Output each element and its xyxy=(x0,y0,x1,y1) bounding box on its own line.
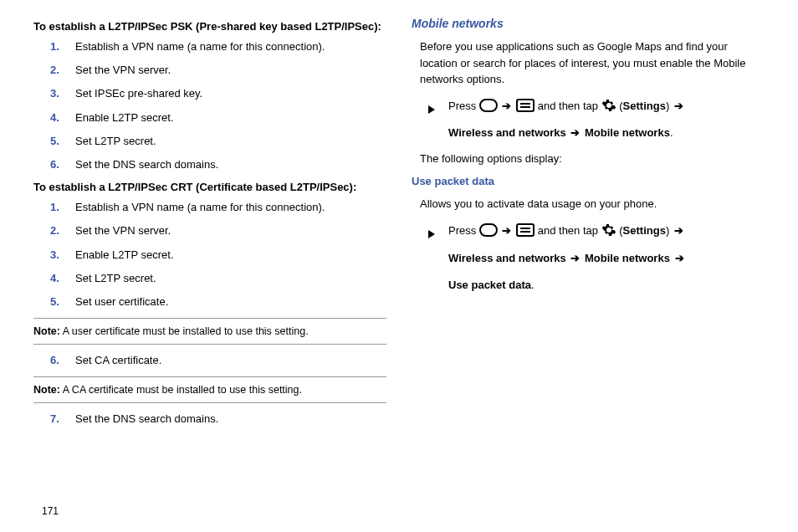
note-label: Note: xyxy=(33,384,60,396)
step-text: Set the VPN server. xyxy=(75,64,171,76)
page-number: 171 xyxy=(42,505,59,517)
home-button-icon xyxy=(479,223,498,237)
step-text: Enable L2TP secret. xyxy=(75,248,174,261)
left-column: To establish a L2TP/IPSec PSK (Pre-share… xyxy=(33,17,386,435)
home-button-icon xyxy=(479,99,498,112)
settings-label: Settings xyxy=(623,224,666,237)
menu-button-icon xyxy=(516,99,535,112)
note-user-cert: Note: A user certificate must be install… xyxy=(33,318,386,345)
step-text: Set L2TP secret. xyxy=(75,272,156,284)
mobile-networks-label: Mobile networks xyxy=(585,126,670,139)
step-text: Establish a VPN name (a name for this co… xyxy=(75,40,325,53)
and-then-tap: and then tap xyxy=(538,100,601,112)
press-label: Press xyxy=(448,100,479,112)
nav-step-mobile-networks: Press ➔ and then tap (Settings) ➔ xyxy=(432,96,765,117)
heading-use-packet-data: Use packet data xyxy=(412,175,765,187)
press-label: Press xyxy=(448,224,479,237)
wireless-and-networks: Wireless and networks xyxy=(448,252,566,264)
following-options: The following options display: xyxy=(420,151,765,167)
mobile-networks-label: Mobile networks xyxy=(585,252,670,264)
nav-step-use-packet-data: Press ➔ and then tap (Settings) ➔ xyxy=(432,221,765,242)
step-text: Set L2TP secret. xyxy=(75,135,156,147)
triangle-bullet-icon xyxy=(428,100,435,121)
menu-button-icon xyxy=(516,223,535,237)
step-text: Establish a VPN name (a name for this co… xyxy=(75,201,325,213)
step-text: Set the DNS search domains. xyxy=(75,158,218,171)
crt-step7: 7.Set the DNS search domains. xyxy=(59,412,386,427)
settings-label: Settings xyxy=(623,100,666,112)
gear-icon xyxy=(601,223,616,238)
intro-text: Before you use applications such as Goog… xyxy=(420,38,765,88)
step-text: Enable L2TP secret. xyxy=(75,111,174,124)
heading-crt: To establish a L2TP/IPSec CRT (Certifica… xyxy=(33,181,386,193)
arrow-icon: ➔ xyxy=(674,100,683,112)
heading-psk: To establish a L2TP/IPSec PSK (Pre-share… xyxy=(33,20,386,33)
arrow-icon: ➔ xyxy=(675,252,684,264)
step-text: Set the DNS search domains. xyxy=(75,412,218,425)
note-label: Note: xyxy=(33,325,60,337)
arrow-icon: ➔ xyxy=(570,126,580,139)
crt-steps-a: 1.Establish a VPN name (a name for this … xyxy=(59,200,386,309)
crt-step6: 6.Set CA certificate. xyxy=(59,353,386,368)
triangle-bullet-icon xyxy=(428,225,435,246)
allows-text: Allows you to activate data usage on you… xyxy=(420,196,765,212)
nav-path-3: Use packet data. xyxy=(448,275,765,296)
step-text: Set the VPN server. xyxy=(75,224,171,237)
gear-icon xyxy=(601,98,616,113)
arrow-icon: ➔ xyxy=(502,100,511,112)
arrow-icon: ➔ xyxy=(502,224,511,237)
and-then-tap: and then tap xyxy=(538,224,601,237)
nav-path: Wireless and networks ➔ Mobile networks. xyxy=(448,123,765,144)
note-text: A CA certificate must be installed to us… xyxy=(60,384,302,396)
step-text: Set user certificate. xyxy=(75,295,168,308)
arrow-icon: ➔ xyxy=(674,224,683,237)
right-column: Mobile networks Before you use applicati… xyxy=(412,17,765,435)
arrow-icon: ➔ xyxy=(570,252,580,264)
step-text: Set CA certificate. xyxy=(75,354,161,366)
heading-mobile-networks: Mobile networks xyxy=(412,17,765,30)
psk-steps: 1.Establish a VPN name (a name for this … xyxy=(59,39,386,172)
step-text: Set IPSEc pre-shared key. xyxy=(75,87,202,100)
note-ca-cert: Note: A CA certificate must be installed… xyxy=(33,376,386,403)
wireless-and-networks: Wireless and networks xyxy=(448,126,566,139)
use-packet-data-label: Use packet data xyxy=(448,279,531,291)
nav-path-2: Wireless and networks ➔ Mobile networks … xyxy=(448,248,765,269)
note-text: A user certificate must be installed to … xyxy=(60,325,309,337)
